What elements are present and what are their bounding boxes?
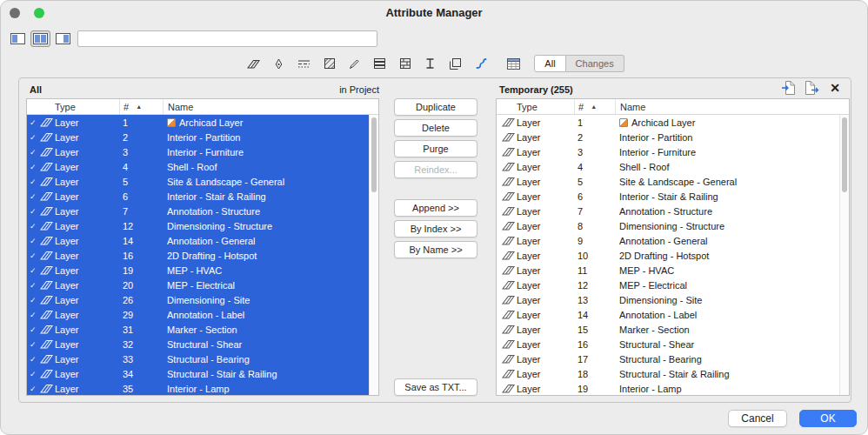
composites-tab-icon[interactable]	[370, 55, 390, 72]
column-type[interactable]: Type	[517, 99, 574, 114]
delete-button[interactable]: Delete	[394, 119, 477, 137]
column-number[interactable]: #▲	[574, 99, 615, 114]
attribute-name-input[interactable]	[77, 30, 377, 47]
duplicate-button[interactable]: Duplicate	[394, 98, 477, 116]
column-number[interactable]: #▲	[119, 99, 163, 114]
table-row[interactable]: Layer19Interior - Lamp	[497, 381, 839, 395]
by-name-button[interactable]: By Name >>	[394, 241, 477, 258]
row-number: 12	[574, 280, 615, 291]
row-type: Layer	[55, 325, 119, 335]
table-row[interactable]: ✓Layer34Structural - Stair & Railing	[27, 366, 369, 381]
tab-changes[interactable]: Changes	[566, 55, 624, 72]
table-row[interactable]: ✓Layer35Interior - Lamp	[27, 381, 369, 395]
table-row[interactable]: Layer4Shell - Roof	[497, 159, 839, 174]
row-type: Layer	[517, 369, 574, 379]
row-type: Layer	[517, 310, 574, 320]
table-row[interactable]: Layer15Marker - Section	[497, 322, 839, 337]
purge-button[interactable]: Purge	[394, 140, 477, 157]
column-number-label: #	[124, 102, 129, 112]
row-name: Annotation - Structure	[163, 206, 369, 217]
open-attribute-file-icon[interactable]	[779, 79, 797, 97]
column-type[interactable]: Type	[55, 99, 119, 114]
zone-categories-tab-icon[interactable]	[445, 55, 465, 72]
row-name: Structural - Stair & Railing	[615, 369, 839, 379]
table-row[interactable]: Layer102D Drafting - Hotspot	[497, 248, 839, 263]
table-row[interactable]: Layer17Structural - Bearing	[497, 351, 839, 366]
table-row[interactable]: Layer8Dimensioning - Structure	[497, 218, 839, 233]
row-number: 17	[574, 354, 615, 365]
table-row[interactable]: ✓Layer29Annotation - Label	[27, 307, 369, 322]
table-row[interactable]: Layer6Interior - Stair & Railing	[497, 189, 839, 204]
table-row[interactable]: ✓Layer7Annotation - Structure	[27, 204, 369, 218]
scrollbar[interactable]	[839, 115, 849, 395]
table-row[interactable]: ✓Layer31Marker - Section	[27, 322, 369, 337]
view-mode-buttons	[8, 30, 73, 47]
attribute-manager-window: Attribute Manager All Changes All in Pro…	[0, 0, 868, 435]
temporary-attributes-table: Type #▲ Name Layer1Archicad LayerLayer2I…	[496, 98, 850, 396]
cancel-button[interactable]: Cancel	[728, 410, 787, 427]
row-name: Dimensioning - Structure	[615, 221, 839, 231]
row-number: 6	[119, 191, 163, 202]
table-row[interactable]: Layer3Interior - Furniture	[497, 144, 839, 159]
tab-all[interactable]: All	[534, 55, 565, 72]
right-panel-view-icon[interactable]	[53, 30, 73, 47]
row-number: 19	[119, 265, 163, 276]
checkmark-icon: ✓	[27, 222, 40, 231]
table-row[interactable]: ✓Layer12Dimensioning - Structure	[27, 218, 369, 233]
mep-systems-tab-icon[interactable]	[471, 55, 491, 72]
ok-button[interactable]: OK	[799, 410, 857, 427]
table-row[interactable]: ✓Layer14Annotation - General	[27, 233, 369, 248]
layers-tab-icon[interactable]	[244, 55, 264, 72]
table-row[interactable]: Layer12MEP - Electrical	[497, 278, 839, 292]
table-row[interactable]: Layer11MEP - HVAC	[497, 263, 839, 278]
table-row[interactable]: ✓Layer32Structural - Shear	[27, 337, 369, 351]
save-as-txt-button[interactable]: Save as TXT...	[394, 378, 477, 396]
table-row[interactable]: ✓Layer33Structural - Bearing	[27, 351, 369, 366]
table-row[interactable]: Layer1Archicad Layer	[497, 115, 839, 130]
save-attribute-file-icon[interactable]	[803, 79, 820, 97]
row-type: Layer	[517, 221, 574, 231]
table-row[interactable]: ✓Layer1Archicad Layer	[27, 115, 369, 130]
left-panel-view-icon[interactable]	[8, 30, 28, 47]
table-row[interactable]: Layer18Structural - Stair & Railing	[497, 366, 839, 381]
table-row[interactable]: ✓Layer162D Drafting - Hotspot	[27, 248, 369, 263]
column-name[interactable]: Name	[615, 99, 849, 114]
pens-tab-icon[interactable]	[269, 55, 289, 72]
row-name: Interior - Lamp	[615, 384, 839, 394]
sort-ascending-icon: ▲	[136, 104, 142, 110]
building-materials-tab-icon[interactable]	[395, 55, 415, 72]
layer-icon	[40, 206, 55, 216]
table-row[interactable]: Layer2Interior - Partition	[497, 130, 839, 144]
dual-panel-view-icon[interactable]	[30, 30, 50, 47]
close-temporary-icon[interactable]: ✕	[826, 79, 844, 97]
append-button[interactable]: Append >>	[394, 199, 477, 217]
column-name[interactable]: Name	[163, 99, 378, 114]
checkmark-icon: ✓	[27, 207, 40, 216]
table-row[interactable]: ✓Layer4Shell - Roof	[27, 159, 369, 174]
fill-types-tab-icon[interactable]	[319, 55, 339, 72]
line-types-tab-icon[interactable]	[294, 55, 314, 72]
table-row[interactable]: ✓Layer3Interior - Furniture	[27, 144, 369, 159]
table-row[interactable]: ✓Layer26Dimensioning - Site	[27, 292, 369, 307]
table-row[interactable]: Layer13Dimensioning - Site	[497, 292, 839, 307]
project-attributes-table: Type #▲ Name ✓Layer1Archicad Layer✓Layer…	[26, 98, 379, 396]
scrollbar[interactable]	[369, 115, 378, 395]
profiles-tab-icon[interactable]	[420, 55, 440, 72]
table-row[interactable]: Layer5Site & Landscape - General	[497, 174, 839, 189]
attributes-grid-icon[interactable]	[503, 55, 524, 72]
surfaces-tab-icon[interactable]	[344, 55, 364, 72]
table-row[interactable]: ✓Layer5Site & Landscape - General	[27, 174, 369, 189]
table-row[interactable]: ✓Layer19MEP - HVAC	[27, 263, 369, 278]
scrollbar-thumb[interactable]	[371, 117, 377, 192]
table-row[interactable]: Layer9Annotation - General	[497, 233, 839, 248]
table-row[interactable]: Layer16Structural - Shear	[497, 337, 839, 351]
table-row[interactable]: Layer7Annotation - Structure	[497, 204, 839, 218]
scrollbar-thumb[interactable]	[842, 117, 847, 192]
by-index-button[interactable]: By Index >>	[394, 220, 477, 238]
table-row[interactable]: Layer14Annotation - Label	[497, 307, 839, 322]
table-row[interactable]: ✓Layer20MEP - Electrical	[27, 278, 369, 292]
row-name: Site & Landscape - General	[615, 177, 839, 187]
table-row[interactable]: ✓Layer2Interior - Partition	[27, 130, 369, 144]
row-number: 13	[574, 295, 615, 305]
table-row[interactable]: ✓Layer6Interior - Stair & Railing	[27, 189, 369, 204]
